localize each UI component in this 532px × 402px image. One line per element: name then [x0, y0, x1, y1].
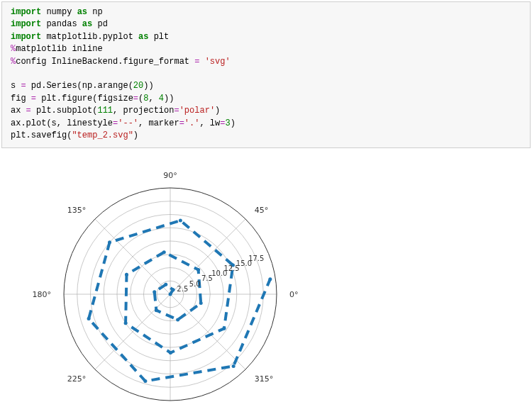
code-line: import numpy as np [11, 7, 103, 17]
svg-point-20 [155, 308, 158, 312]
svg-point-34 [232, 364, 235, 368]
svg-point-21 [176, 318, 179, 322]
code-line: ax.plot(s, linestyle='--', marker='.', l… [11, 118, 235, 128]
angle-tick-label: 135° [67, 206, 87, 216]
output-cell: 2.55.07.510.012.515.017.5 0°45°90°135°18… [21, 152, 333, 402]
angle-tick-label: 45° [255, 206, 269, 216]
svg-point-28 [222, 327, 226, 330]
svg-line-14 [170, 294, 245, 369]
code-line: import matplotlib.pyplot as plt [11, 32, 169, 42]
svg-point-17 [172, 288, 175, 291]
svg-point-23 [196, 268, 200, 272]
svg-point-31 [108, 241, 111, 245]
svg-line-12 [95, 294, 170, 369]
svg-point-30 [179, 219, 182, 223]
code-line: s = pd.Series(np.arange(20)) [11, 81, 154, 91]
angle-tick-label: 0° [289, 290, 299, 299]
polar-chart: 2.55.07.510.012.515.017.5 0°45°90°135°18… [21, 152, 333, 402]
svg-point-16 [169, 293, 172, 296]
svg-point-27 [169, 351, 172, 354]
svg-point-22 [199, 301, 203, 305]
radial-tick-label: 2.5 [177, 285, 188, 293]
svg-point-24 [162, 250, 166, 254]
svg-point-32 [87, 317, 91, 320]
svg-point-33 [143, 379, 147, 383]
angle-tick-label: 180° [33, 290, 52, 299]
code-line: plt.savefig("temp_2.svg") [11, 130, 138, 140]
svg-point-35 [268, 277, 272, 281]
svg-point-18 [164, 283, 167, 286]
code-line: %config InlineBackend.figure_format = 's… [11, 57, 231, 67]
svg-point-19 [153, 291, 156, 294]
radial-tick-label: 17.5 [248, 255, 264, 262]
code-line: %matplotlib inline [11, 44, 103, 54]
angle-tick-label: 225° [67, 374, 87, 384]
code-line: ax = plt.subplot(111, projection='polar'… [11, 106, 220, 116]
code-line: import pandas as pd [11, 19, 108, 29]
angle-tick-label: 315° [255, 374, 274, 384]
svg-point-25 [125, 273, 128, 277]
radial-tick-label: 5.0 [189, 280, 201, 288]
code-line: fig = plt.figure(figsize=(8, 4)) [11, 94, 174, 104]
code-input-cell[interactable]: import numpy as np import pandas as pd i… [1, 1, 531, 148]
svg-line-8 [170, 219, 245, 294]
angle-tick-label: 90° [163, 171, 177, 180]
svg-point-26 [124, 322, 128, 325]
